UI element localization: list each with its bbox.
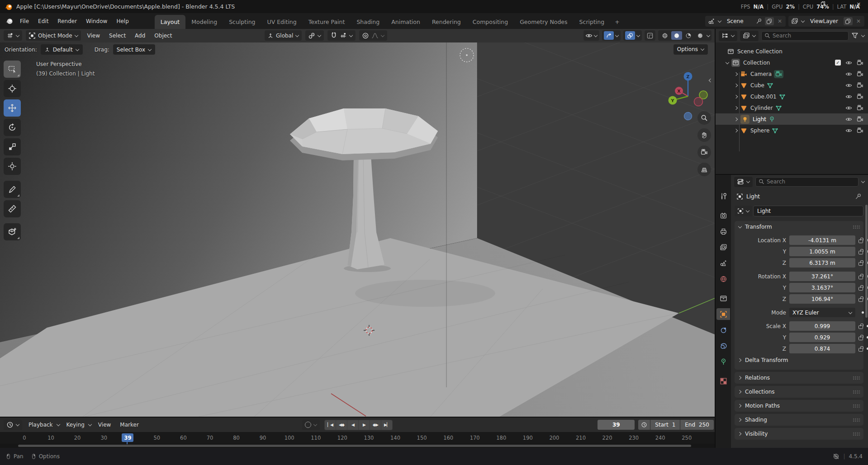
- pin-icon[interactable]: [756, 18, 762, 25]
- disable-render-icon[interactable]: [857, 104, 863, 112]
- drag-handle-icon[interactable]: [853, 225, 860, 229]
- add-workspace-button[interactable]: +: [610, 15, 624, 29]
- tab-world[interactable]: [716, 273, 730, 285]
- shading-wireframe-button[interactable]: [659, 31, 670, 40]
- menu-view[interactable]: View: [85, 33, 103, 39]
- filter-icon[interactable]: [851, 32, 859, 39]
- tab-texture-paint[interactable]: Texture Paint: [303, 15, 351, 29]
- tool-cursor[interactable]: [4, 80, 21, 97]
- drag-handle-icon[interactable]: [853, 404, 860, 408]
- object-visibility-dropdown[interactable]: [583, 30, 599, 41]
- transform-panel-header[interactable]: Transform: [735, 221, 863, 233]
- shading-rendered-button[interactable]: [695, 31, 706, 40]
- tab-sculpting[interactable]: Sculpting: [223, 15, 261, 29]
- tool-scale[interactable]: [4, 138, 21, 155]
- outliner-row-light[interactable]: Light: [716, 113, 868, 125]
- location-z-field[interactable]: 6.3173 m: [789, 258, 855, 268]
- editor-type-selector[interactable]: [4, 30, 22, 41]
- scale-z-field[interactable]: 0.874: [789, 344, 855, 353]
- tool-transform[interactable]: [4, 158, 21, 175]
- properties-search-input[interactable]: [767, 178, 855, 185]
- tool-annotate[interactable]: [4, 181, 21, 198]
- menu-playback[interactable]: Playback: [26, 422, 56, 428]
- hide-eye-icon[interactable]: [845, 127, 852, 134]
- tab-animation[interactable]: Animation: [385, 15, 426, 29]
- hide-eye-icon[interactable]: [845, 82, 852, 89]
- menu-file[interactable]: File: [16, 16, 33, 26]
- disable-render-icon[interactable]: [857, 116, 863, 123]
- camera-view-button[interactable]: [697, 146, 711, 159]
- expand-icon[interactable]: [735, 129, 738, 132]
- outliner-row-collection[interactable]: Collection ✓: [716, 57, 868, 68]
- pin-icon[interactable]: [855, 193, 862, 200]
- expand-icon[interactable]: [735, 95, 738, 99]
- motion-paths-panel[interactable]: Motion Paths: [735, 400, 863, 412]
- blender-menu-icon[interactable]: [5, 17, 13, 25]
- rotation-x-field[interactable]: 37.261°: [789, 272, 855, 281]
- shading-solid-button[interactable]: [671, 31, 682, 40]
- disable-render-icon[interactable]: [857, 70, 863, 78]
- tab-object[interactable]: [716, 308, 730, 320]
- object-id-selector[interactable]: [735, 206, 752, 216]
- hide-eye-icon[interactable]: [845, 116, 852, 123]
- tab-object-data[interactable]: [716, 356, 730, 367]
- drag-handle-icon[interactable]: [853, 390, 860, 394]
- outliner-row-camera[interactable]: Camera: [716, 68, 868, 80]
- breadcrumb-object-name[interactable]: Light: [746, 193, 760, 200]
- properties-options-icon[interactable]: [861, 180, 865, 183]
- zoom-button[interactable]: [697, 111, 711, 125]
- jump-to-start-button[interactable]: ▏◀: [325, 420, 336, 430]
- tab-collection[interactable]: [716, 292, 730, 304]
- lock-icon[interactable]: [859, 260, 863, 266]
- tab-scene[interactable]: [716, 257, 730, 269]
- tab-modeling[interactable]: Modeling: [185, 15, 223, 29]
- sidebar-collapse-icon[interactable]: [708, 79, 712, 82]
- collapse-icon[interactable]: [726, 61, 729, 65]
- menu-keying[interactable]: Keying: [64, 422, 87, 428]
- disable-render-icon[interactable]: [857, 59, 863, 66]
- tool-measure[interactable]: [4, 200, 21, 217]
- current-frame-field[interactable]: 39: [598, 420, 635, 430]
- mode-selector[interactable]: Object Mode: [26, 30, 81, 41]
- timeline-editor-selector[interactable]: [4, 420, 22, 430]
- hide-eye-icon[interactable]: [845, 93, 852, 100]
- menu-view-timeline[interactable]: View: [95, 422, 114, 428]
- play-button[interactable]: ▶: [359, 420, 370, 430]
- window-restore-icon[interactable]: [821, 2, 825, 6]
- tab-scripting[interactable]: Scripting: [574, 15, 611, 29]
- hide-eye-icon[interactable]: [845, 59, 852, 66]
- gizmos-toggle[interactable]: [602, 30, 621, 41]
- rotation-z-field[interactable]: 106.94°: [789, 294, 855, 304]
- use-preview-range-button[interactable]: [638, 420, 650, 430]
- transform-orientation-selector[interactable]: Global: [265, 30, 302, 41]
- viewport-3d[interactable]: Orientation: Default Drag: Select Box Op…: [0, 42, 715, 417]
- outliner-editor-selector[interactable]: [719, 31, 737, 41]
- drag-handle-icon[interactable]: [853, 432, 860, 436]
- disable-render-icon[interactable]: [857, 93, 863, 100]
- tab-layout[interactable]: Layout: [155, 15, 186, 29]
- window-close-icon[interactable]: ✕: [857, 1, 861, 7]
- shading-material-button[interactable]: [683, 31, 694, 40]
- location-y-field[interactable]: 1.0055 m: [789, 247, 855, 256]
- viewlayer-selector[interactable]: ViewLayer ✕: [788, 16, 864, 27]
- pan-button[interactable]: [697, 128, 711, 142]
- disable-render-icon[interactable]: [857, 127, 863, 134]
- toggle-perspective-button[interactable]: [697, 163, 711, 176]
- menu-help[interactable]: Help: [112, 16, 133, 26]
- outliner-search[interactable]: [761, 31, 849, 41]
- play-reverse-button[interactable]: ◀: [347, 420, 358, 430]
- lock-icon[interactable]: [859, 285, 863, 291]
- start-frame-field[interactable]: Start1: [650, 420, 680, 430]
- scale-y-field[interactable]: 0.929: [789, 333, 855, 342]
- options-dropdown[interactable]: Options: [674, 44, 708, 55]
- tab-geometry-nodes[interactable]: Geometry Nodes: [514, 15, 573, 29]
- expand-icon[interactable]: [735, 72, 738, 76]
- properties-search[interactable]: [755, 177, 859, 187]
- collections-panel[interactable]: Collections: [735, 386, 863, 398]
- unlink-scene-button[interactable]: ✕: [777, 18, 783, 24]
- object-name-field[interactable]: Light: [753, 206, 863, 216]
- tool-move[interactable]: [4, 99, 21, 117]
- disable-render-icon[interactable]: [857, 82, 863, 89]
- drag-handle-icon[interactable]: [853, 376, 860, 380]
- new-viewlayer-button[interactable]: [844, 17, 853, 25]
